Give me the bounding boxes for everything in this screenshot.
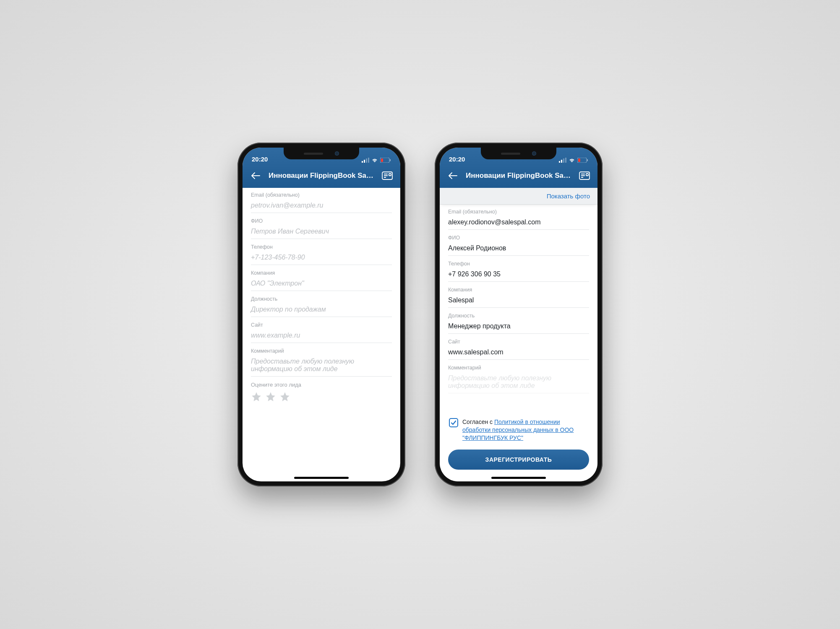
svg-rect-14 [563, 159, 564, 163]
label-role: Должность [448, 313, 589, 319]
consent-row: Согласен с Политикой в отношении обработ… [448, 417, 589, 450]
input-role[interactable]: Директор по продажам [251, 304, 392, 317]
svg-rect-17 [578, 159, 580, 162]
action-bar: Показать фото [440, 188, 597, 205]
field-company: Компания Salespal [448, 287, 589, 308]
input-company[interactable]: Salespal [448, 294, 589, 308]
page-title: Инновации FlippingBook Salespal [268, 172, 375, 180]
star-1[interactable] [251, 391, 262, 402]
svg-rect-23 [586, 174, 588, 176]
input-name[interactable]: Алексей Родионов [448, 242, 589, 256]
label-company: Компания [251, 270, 392, 276]
input-name[interactable]: Петров Иван Сергеевич [251, 226, 392, 239]
svg-rect-13 [561, 160, 562, 163]
input-role[interactable]: Менеджер продукта [448, 320, 589, 334]
phone-mockup-right: 20:20 Инновации FlippingBo [435, 143, 603, 486]
field-email: Email (обязательно) alexey.rodionov@sale… [448, 209, 589, 230]
field-name: ФИО Алексей Родионов [448, 235, 589, 256]
input-phone[interactable]: +7 926 306 90 35 [448, 268, 589, 282]
consent-checkbox[interactable] [449, 418, 458, 427]
label-site: Сайт [448, 339, 589, 345]
home-indicator[interactable] [491, 477, 546, 479]
page-title: Инновации FlippingBook Salespal [465, 172, 572, 180]
scan-card-button[interactable] [577, 169, 592, 183]
star-3[interactable] [279, 391, 290, 402]
label-company: Компания [448, 287, 589, 293]
show-photo-link[interactable]: Показать фото [547, 192, 590, 200]
input-site[interactable]: www.example.ru [251, 330, 392, 343]
label-role: Должность [251, 296, 392, 302]
svg-rect-18 [587, 159, 588, 161]
svg-rect-11 [389, 174, 391, 176]
label-name: ФИО [448, 235, 589, 241]
label-comment: Комментарий [448, 365, 589, 371]
status-time: 20:20 [252, 156, 268, 163]
nav-bar: Инновации FlippingBook Salespal [440, 164, 597, 188]
scan-card-button[interactable] [380, 169, 394, 183]
svg-rect-1 [364, 160, 365, 163]
register-button[interactable]: ЗАРЕГИСТРИРОВАТЬ [448, 450, 589, 470]
form-footer: Согласен с Политикой в отношении обработ… [440, 417, 597, 481]
svg-rect-0 [362, 161, 363, 163]
input-site[interactable]: www.salespal.com [448, 346, 589, 360]
wifi-icon [569, 158, 575, 163]
label-site: Сайт [251, 322, 392, 328]
input-comment[interactable]: Предоставьте любую полезную информацию о… [251, 356, 392, 377]
rating-stars [251, 391, 392, 402]
back-button[interactable] [446, 169, 460, 183]
back-button[interactable] [248, 169, 263, 183]
label-name: ФИО [251, 218, 392, 224]
svg-rect-6 [390, 159, 391, 161]
label-comment: Комментарий [251, 348, 392, 354]
consent-text: Согласен с Политикой в отношении обработ… [462, 418, 588, 442]
register-button-label: ЗАРЕГИСТРИРОВАТЬ [485, 456, 552, 463]
svg-rect-12 [559, 161, 560, 163]
label-phone: Телефон [251, 244, 392, 250]
label-email: Email (обязательно) [448, 209, 589, 215]
field-role: Должность Менеджер продукта [448, 313, 589, 334]
phone-notch [284, 148, 359, 159]
phone-notch [481, 148, 556, 159]
battery-icon [380, 158, 391, 163]
label-phone: Телефон [448, 261, 589, 267]
cellular-icon [559, 158, 566, 163]
field-company: Компания ОАО "Электрон" [251, 270, 392, 291]
svg-rect-5 [381, 159, 383, 162]
form-content: Email (обязательно) petrov.ivan@example.… [243, 188, 400, 481]
input-company[interactable]: ОАО "Электрон" [251, 278, 392, 291]
input-email[interactable]: alexey.rodionov@salespal.com [448, 216, 589, 230]
input-comment[interactable]: Предоставьте любую полезную информацию о… [448, 372, 589, 393]
field-role: Должность Директор по продажам [251, 296, 392, 317]
svg-rect-2 [366, 159, 367, 163]
star-2[interactable] [265, 391, 276, 402]
screen: 20:20 Инновации FlippingBo [243, 148, 400, 481]
field-phone: Телефон +7-123-456-78-90 [251, 244, 392, 265]
field-comment: Комментарий Предоставьте любую полезную … [448, 365, 589, 393]
field-site: Сайт www.example.ru [251, 322, 392, 343]
rating-label: Оцените этого лида [251, 382, 392, 388]
label-email: Email (обязательно) [251, 192, 392, 198]
cellular-icon [362, 158, 369, 163]
status-time: 20:20 [449, 156, 465, 163]
input-phone[interactable]: +7-123-456-78-90 [251, 252, 392, 265]
screen: 20:20 Инновации FlippingBo [440, 148, 597, 481]
svg-rect-3 [368, 158, 369, 163]
home-indicator[interactable] [294, 477, 349, 479]
field-phone: Телефон +7 926 306 90 35 [448, 261, 589, 282]
battery-icon [577, 158, 588, 163]
field-comment: Комментарий Предоставьте любую полезную … [251, 348, 392, 377]
consent-prefix: Согласен с [462, 418, 494, 425]
wifi-icon [371, 158, 378, 163]
field-email: Email (обязательно) petrov.ivan@example.… [251, 192, 392, 213]
field-name: ФИО Петров Иван Сергеевич [251, 218, 392, 239]
svg-rect-15 [565, 158, 566, 163]
input-email[interactable]: petrov.ivan@example.ru [251, 200, 392, 213]
form-scroll[interactable]: Email (обязательно) petrov.ivan@example.… [243, 188, 400, 481]
nav-bar: Инновации FlippingBook Salespal [243, 164, 400, 188]
phone-mockup-left: 20:20 Инновации FlippingBo [237, 143, 405, 486]
form-content: Показать фото Email (обязательно) alexey… [440, 188, 597, 481]
field-site: Сайт www.salespal.com [448, 339, 589, 360]
